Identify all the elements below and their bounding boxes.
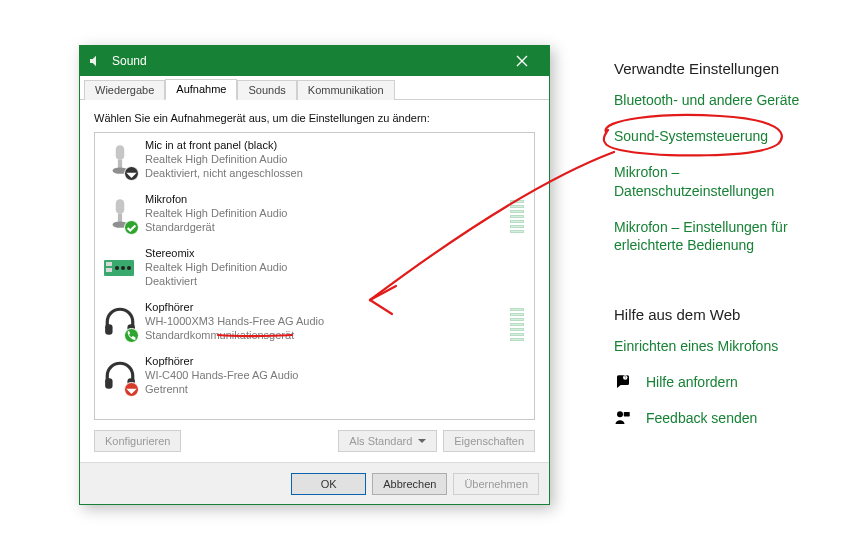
- dialog-footer: OK Abbrechen Übernehmen: [80, 462, 549, 504]
- link-mic-privacy[interactable]: Mikrofon – Datenschutzeinstellungen: [614, 163, 824, 199]
- arrow-down-badge-icon: [124, 382, 139, 397]
- device-row[interactable]: Stereomix Realtek High Definition Audio …: [95, 241, 534, 295]
- device-name: Stereomix: [145, 247, 528, 261]
- device-driver: WI-C400 Hands-Free AG Audio: [145, 369, 528, 383]
- cancel-button[interactable]: Abbrechen: [372, 473, 447, 495]
- ok-button[interactable]: OK: [291, 473, 366, 495]
- configure-button[interactable]: Konfigurieren: [94, 430, 181, 452]
- svg-rect-7: [116, 199, 125, 214]
- close-button[interactable]: [501, 46, 543, 76]
- link-setup-microphone[interactable]: Einrichten eines Mikrofons: [614, 337, 824, 355]
- svg-point-15: [127, 266, 131, 270]
- device-status: Standardgerät: [145, 221, 504, 235]
- device-row[interactable]: Kopfhörer WI-C400 Hands-Free AG Audio Ge…: [95, 349, 534, 403]
- get-help-label: Hilfe anfordern: [646, 374, 738, 390]
- device-driver: WH-1000XM3 Hands-Free AG Audio: [145, 315, 504, 329]
- level-meter: [510, 301, 524, 341]
- checkmark-badge-icon: [124, 220, 139, 235]
- svg-rect-3: [624, 412, 630, 417]
- device-list: Mic in at front panel (black) Realtek Hi…: [94, 132, 535, 420]
- device-name: Mikrofon: [145, 193, 504, 207]
- device-name: Mic in at front panel (black): [145, 139, 528, 153]
- svg-rect-8: [118, 214, 122, 223]
- device-text: Kopfhörer WH-1000XM3 Hands-Free AG Audio…: [145, 301, 504, 342]
- microphone-icon: [101, 139, 139, 181]
- svg-text:?: ?: [624, 376, 626, 380]
- svg-point-2: [617, 412, 623, 418]
- device-driver: Realtek High Definition Audio: [145, 261, 528, 275]
- device-name: Kopfhörer: [145, 355, 528, 369]
- phone-badge-icon: [124, 328, 139, 343]
- soundcard-icon: [101, 247, 139, 289]
- svg-rect-12: [106, 268, 112, 272]
- related-settings-pane: Verwandte Einstellungen Bluetooth- und a…: [614, 60, 824, 427]
- device-text: Mikrofon Realtek High Definition Audio S…: [145, 193, 504, 234]
- headphones-icon: [101, 355, 139, 397]
- get-help-link[interactable]: ? Hilfe anfordern: [614, 373, 824, 391]
- device-text: Stereomix Realtek High Definition Audio …: [145, 247, 528, 288]
- device-row[interactable]: Mikrofon Realtek High Definition Audio S…: [95, 187, 534, 241]
- properties-button[interactable]: Eigenschaften: [443, 430, 535, 452]
- device-action-buttons: Konfigurieren Als Standard Eigenschaften: [94, 430, 535, 452]
- instruction-text: Wählen Sie ein Aufnahmegerät aus, um die…: [94, 112, 535, 124]
- sound-dialog: Sound Wiedergabe Aufnahme Sounds Kommuni…: [79, 45, 550, 505]
- link-mic-ease-of-access[interactable]: Mikrofon – Einstellungen für erleichtert…: [614, 218, 824, 254]
- device-driver: Realtek High Definition Audio: [145, 153, 528, 167]
- device-status: Getrennt: [145, 383, 528, 397]
- link-bluetooth-devices[interactable]: Bluetooth- und andere Geräte: [614, 91, 824, 109]
- svg-rect-18: [105, 378, 112, 389]
- tab-communication[interactable]: Kommunikation: [297, 80, 395, 100]
- svg-point-14: [121, 266, 125, 270]
- chat-bubble-icon: ?: [614, 373, 632, 391]
- tabstrip: Wiedergabe Aufnahme Sounds Kommunikation: [80, 76, 549, 100]
- link-sound-control-panel[interactable]: Sound-Systemsteuerung: [614, 127, 824, 145]
- send-feedback-label: Feedback senden: [646, 410, 757, 426]
- window-title: Sound: [112, 54, 501, 68]
- device-status: Deaktiviert, nicht angeschlossen: [145, 167, 528, 181]
- tab-sounds[interactable]: Sounds: [237, 80, 296, 100]
- titlebar: Sound: [80, 46, 549, 76]
- apply-button[interactable]: Übernehmen: [453, 473, 539, 495]
- microphone-icon: [101, 193, 139, 235]
- headphones-icon: [101, 301, 139, 343]
- web-help-heading: Hilfe aus dem Web: [614, 306, 824, 323]
- arrow-down-badge-icon: [124, 166, 139, 181]
- dialog-body: Wählen Sie ein Aufnahmegerät aus, um die…: [80, 100, 549, 462]
- device-row[interactable]: Kopfhörer WH-1000XM3 Hands-Free AG Audio…: [95, 295, 534, 349]
- device-text: Kopfhörer WI-C400 Hands-Free AG Audio Ge…: [145, 355, 528, 396]
- svg-rect-5: [118, 160, 122, 169]
- svg-rect-11: [106, 262, 112, 266]
- device-status: Standardkommunikationsgerät: [145, 329, 504, 343]
- set-default-button[interactable]: Als Standard: [338, 430, 437, 452]
- tab-playback[interactable]: Wiedergabe: [84, 80, 165, 100]
- feedback-person-icon: [614, 409, 632, 427]
- svg-point-13: [115, 266, 119, 270]
- device-driver: Realtek High Definition Audio: [145, 207, 504, 221]
- level-meter: [510, 193, 524, 233]
- related-settings-heading: Verwandte Einstellungen: [614, 60, 824, 77]
- device-text: Mic in at front panel (black) Realtek Hi…: [145, 139, 528, 180]
- tab-recording[interactable]: Aufnahme: [165, 79, 237, 100]
- send-feedback-link[interactable]: Feedback senden: [614, 409, 824, 427]
- sound-window-icon: [88, 53, 104, 69]
- device-status: Deaktiviert: [145, 275, 528, 289]
- device-row[interactable]: Mic in at front panel (black) Realtek Hi…: [95, 133, 534, 187]
- svg-rect-16: [105, 324, 112, 335]
- device-name: Kopfhörer: [145, 301, 504, 315]
- svg-rect-4: [116, 145, 125, 160]
